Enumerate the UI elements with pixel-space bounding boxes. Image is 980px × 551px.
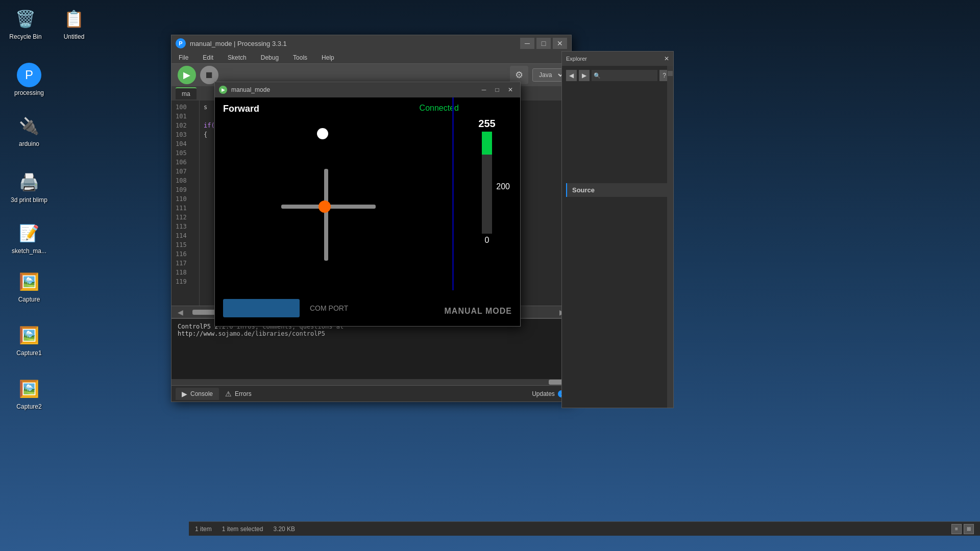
- arduino-icon: 🔌: [17, 114, 41, 138]
- console-scrollbar[interactable]: [172, 379, 571, 385]
- menu-file[interactable]: File: [176, 53, 191, 62]
- processing-logo-icon: P: [176, 38, 186, 48]
- sketch-header: Forward: [223, 104, 259, 114]
- desktop-icon-processing[interactable]: P processing: [6, 59, 52, 101]
- untitled-icon: 📋: [62, 7, 86, 31]
- menu-tools[interactable]: Tools: [290, 53, 310, 62]
- untitled-label: Untitled: [64, 33, 85, 40]
- secondary-title: Explorer: [566, 56, 661, 62]
- secondary-scroll-thumb[interactable]: [668, 71, 673, 76]
- item-selected: 1 item selected: [222, 525, 263, 533]
- console-area: ControlP5 2.2.6 infos, comments, questio…: [172, 318, 571, 379]
- capture1-label: Capture1: [16, 349, 41, 357]
- sketch-content: Forward Connected 255 200 0: [215, 97, 520, 326]
- secondary-scrollbar[interactable]: [667, 66, 673, 408]
- java-dropdown[interactable]: Java: [532, 68, 565, 82]
- capture2-icon: 🖼️: [17, 377, 41, 401]
- sketch-window: ▶ manual_mode ─ □ ✕ Forward Connected 25…: [214, 82, 521, 327]
- sketch-icon: 📝: [17, 221, 41, 245]
- secondary-window: Explorer ✕ ◀ ▶ 🔍 ? Source: [561, 51, 674, 408]
- updates-label: Updates: [532, 390, 555, 397]
- menu-debug[interactable]: Debug: [258, 53, 282, 62]
- close-button[interactable]: ✕: [553, 38, 567, 49]
- secondary-content: ◀ ▶ 🔍 ? Source: [562, 66, 673, 201]
- menu-bar: File Edit Sketch Debug Tools Help: [172, 52, 571, 64]
- 3dprint-label: 3d print blimp: [11, 196, 47, 204]
- sketch-controls: ─ □ ✕: [478, 85, 516, 94]
- console-tab[interactable]: ▶ Console: [176, 388, 219, 400]
- sketch-title-icon: ▶: [219, 86, 227, 94]
- desktop-icon-capture[interactable]: 🖼️ Capture: [6, 265, 52, 307]
- item-count: 1 item: [195, 525, 212, 533]
- com-port-label: COM PORT: [310, 304, 348, 312]
- secondary-back-button[interactable]: ◀: [566, 70, 577, 81]
- line-numbers: 100101102103104 105106107108109 11011111…: [172, 101, 200, 306]
- bar-green-fill: [482, 132, 492, 155]
- console-icon: ▶: [182, 390, 187, 398]
- processing-icon: P: [17, 63, 41, 87]
- menu-help[interactable]: Help: [318, 53, 337, 62]
- arduino-label: arduino: [19, 140, 39, 147]
- errors-tab[interactable]: ⚠ Errors: [219, 388, 258, 400]
- value-bar-area: 255 200 0: [474, 118, 500, 245]
- minimize-button[interactable]: ─: [520, 38, 534, 49]
- capture1-icon: 🖼️: [17, 323, 41, 347]
- capture-icon: 🖼️: [17, 269, 41, 294]
- secondary-titlebar: Explorer ✕: [562, 52, 673, 66]
- com-port-button[interactable]: [223, 299, 300, 317]
- processing-titlebar: P manual_mode | Processing 3.3.1 ─ □ ✕: [172, 35, 571, 52]
- nav-left-arrow[interactable]: ◀: [176, 308, 185, 316]
- console-tabs: ▶ Console ⚠ Errors Updates 2: [172, 385, 571, 402]
- capture2-label: Capture2: [16, 403, 41, 410]
- desktop-icon-capture2[interactable]: 🖼️ Capture2: [6, 372, 52, 414]
- maximize-button[interactable]: □: [536, 38, 551, 49]
- value-bot: 0: [485, 236, 489, 245]
- processing-label: processing: [14, 89, 44, 96]
- source-tab[interactable]: Source: [566, 183, 669, 197]
- sketch-label: sketch_ma...: [12, 247, 46, 255]
- sketch-close-button[interactable]: ✕: [505, 85, 516, 94]
- sketch-title-text: manual_mode: [231, 86, 474, 93]
- secondary-forward-button[interactable]: ▶: [579, 70, 590, 81]
- grid-view-icon[interactable]: ⊞: [964, 524, 974, 534]
- secondary-nav-controls: ◀ ▶ 🔍 ?: [566, 70, 669, 81]
- recycle-bin-label: Recycle Bin: [9, 33, 41, 40]
- console-label: Console: [190, 390, 213, 397]
- desktop-icon-3dprint[interactable]: 🖨️ 3d print blimp: [6, 166, 52, 208]
- desktop: 🗑️ Recycle Bin 📋 Untitled P processing 🔌…: [0, 0, 980, 551]
- secondary-close-button[interactable]: ✕: [664, 55, 669, 62]
- view-icons: ≡ ⊞: [951, 524, 974, 534]
- desktop-icon-arduino[interactable]: 🔌 arduino: [6, 110, 52, 152]
- list-view-icon[interactable]: ≡: [951, 524, 962, 534]
- item-size: 3.20 KB: [273, 525, 295, 533]
- errors-label: Errors: [235, 390, 252, 397]
- joystick-center-dot[interactable]: [318, 201, 331, 213]
- desktop-icon-untitled[interactable]: 📋 Untitled: [51, 3, 97, 44]
- sketch-minimize-button[interactable]: ─: [478, 85, 489, 94]
- secondary-search: 🔍: [592, 70, 657, 81]
- com-port-area: COM PORT MANUAL MODE: [215, 290, 520, 326]
- manual-mode-label: MANUAL MODE: [445, 307, 512, 316]
- bar-container: 200: [482, 132, 492, 234]
- errors-icon: ⚠: [225, 390, 232, 398]
- tab-manual-mode[interactable]: ma: [176, 87, 197, 99]
- 3dprint-icon: 🖨️: [17, 170, 41, 194]
- white-dot-indicator: [317, 128, 328, 139]
- processing-window-title: manual_mode | Processing 3.3.1: [190, 40, 516, 47]
- joystick-vertical-bar: [324, 169, 328, 261]
- value-mid: 200: [496, 182, 510, 191]
- menu-sketch[interactable]: Sketch: [225, 53, 250, 62]
- play-button[interactable]: ▶: [178, 66, 196, 84]
- menu-edit[interactable]: Edit: [200, 53, 216, 62]
- sketch-maximize-button[interactable]: □: [492, 85, 503, 94]
- window-controls: ─ □ ✕: [520, 38, 567, 49]
- desktop-icon-sketch[interactable]: 📝 sketch_ma...: [6, 217, 52, 259]
- recycle-bin-icon: 🗑️: [13, 7, 38, 31]
- value-top: 255: [478, 118, 495, 130]
- desktop-icon-capture1[interactable]: 🖼️ Capture1: [6, 319, 52, 361]
- desktop-icon-recycle-bin[interactable]: 🗑️ Recycle Bin: [3, 3, 48, 44]
- capture-label: Capture: [18, 296, 40, 303]
- sketch-titlebar: ▶ manual_mode ─ □ ✕: [215, 82, 520, 97]
- file-status-bar: 1 item 1 item selected 3.20 KB ≡ ⊞: [189, 521, 980, 536]
